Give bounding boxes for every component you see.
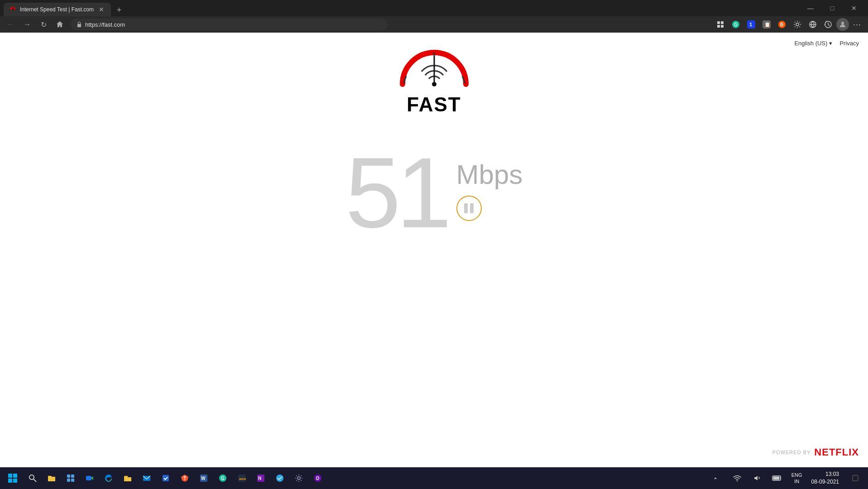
powered-by-section: POWERED BY NETFLIX xyxy=(772,446,859,458)
vpn-icon[interactable] xyxy=(806,18,820,31)
extension3-icon[interactable]: 📋 xyxy=(759,18,774,31)
language-selector[interactable]: English (US) ▾ xyxy=(794,40,832,47)
taskbar-icons: W G amzn N D xyxy=(24,469,327,487)
svg-rect-35 xyxy=(86,476,91,480)
language-label: English (US) xyxy=(794,40,827,47)
svg-point-19 xyxy=(841,22,844,24)
settings-icon[interactable] xyxy=(790,18,805,31)
powered-by-label: POWERED BY xyxy=(772,450,811,455)
volume-icon[interactable] xyxy=(748,469,766,487)
svg-rect-26 xyxy=(13,474,17,478)
tab-favicon xyxy=(9,6,16,13)
taskbar-todo-button[interactable] xyxy=(157,469,175,487)
logo-container: FAST xyxy=(393,43,475,116)
svg-point-47 xyxy=(297,477,300,479)
tab-close-button[interactable]: ✕ xyxy=(97,5,106,14)
lock-icon xyxy=(76,21,82,28)
svg-rect-31 xyxy=(67,475,70,478)
clock[interactable]: 13:03 08-09-2021 xyxy=(808,470,843,486)
tab-bar: Internet Speed Test | Fast.com ✕ + — □ ✕ xyxy=(0,0,868,16)
svg-text:W: W xyxy=(201,476,206,481)
taskbar-right: ENG IN 13:03 08-09-2021 xyxy=(706,469,864,487)
taskbar: W G amzn N D xyxy=(0,467,868,489)
taskbar-onenote-button[interactable]: N xyxy=(252,469,270,487)
taskbar-grammarly-button[interactable]: G xyxy=(214,469,232,487)
home-button[interactable] xyxy=(53,18,67,31)
privacy-link[interactable]: Privacy xyxy=(839,40,859,47)
maximize-button[interactable]: □ xyxy=(822,0,843,16)
speed-unit-column: Mbps xyxy=(456,161,523,221)
minimize-button[interactable]: — xyxy=(800,0,821,16)
toolbar-icons: G 1 📋 B ··· xyxy=(713,18,864,31)
taskbar-settings-button[interactable] xyxy=(290,469,308,487)
svg-point-24 xyxy=(432,82,436,86)
battery-icon[interactable] xyxy=(768,469,786,487)
svg-line-30 xyxy=(34,479,36,482)
taskbar-search-button[interactable] xyxy=(24,469,42,487)
taskbar-brave-button[interactable] xyxy=(176,469,194,487)
svg-text:D: D xyxy=(316,476,319,481)
1password-icon[interactable]: 1 xyxy=(744,18,758,31)
address-bar[interactable]: https://fast.com xyxy=(71,19,388,30)
extensions-button[interactable] xyxy=(713,18,728,31)
speed-unit: Mbps xyxy=(456,161,523,188)
svg-rect-28 xyxy=(13,479,17,483)
notification-button[interactable] xyxy=(846,469,864,487)
nav-bar: ← → ↻ https://fast.com G 1 📋 xyxy=(0,16,868,33)
svg-point-29 xyxy=(29,475,34,479)
browser-chrome: Internet Speed Test | Fast.com ✕ + — □ ✕… xyxy=(0,0,868,33)
svg-rect-25 xyxy=(8,474,12,478)
reload-button[interactable]: ↻ xyxy=(36,18,51,31)
history-icon[interactable] xyxy=(821,18,835,31)
wifi-icon[interactable] xyxy=(728,469,746,487)
svg-rect-4 xyxy=(717,21,720,24)
back-button[interactable]: ← xyxy=(4,18,18,31)
taskbar-folder-button[interactable] xyxy=(119,469,137,487)
tray-chevron-button[interactable] xyxy=(706,469,724,487)
svg-rect-3 xyxy=(77,24,81,27)
svg-rect-33 xyxy=(67,479,70,482)
close-button[interactable]: ✕ xyxy=(844,0,864,16)
new-tab-button[interactable]: + xyxy=(113,4,125,16)
more-options-button[interactable]: ··· xyxy=(850,18,864,31)
svg-point-46 xyxy=(276,475,283,482)
taskbar-mail-button[interactable] xyxy=(138,469,156,487)
svg-text:📋: 📋 xyxy=(764,21,771,28)
svg-rect-27 xyxy=(8,479,12,483)
grammarly-icon[interactable]: G xyxy=(729,18,743,31)
clock-time: 13:03 xyxy=(811,470,839,478)
netflix-logo: NETFLIX xyxy=(814,446,859,458)
active-tab[interactable]: Internet Speed Test | Fast.com ✕ xyxy=(4,3,111,16)
profile-button[interactable] xyxy=(836,18,849,31)
taskbar-file-explorer-button[interactable] xyxy=(43,469,61,487)
taskbar-telegram-button[interactable] xyxy=(271,469,289,487)
language-indicator[interactable]: ENG IN xyxy=(790,472,804,485)
svg-rect-6 xyxy=(717,25,720,28)
speed-display: 51 Mbps xyxy=(345,143,523,243)
svg-text:B: B xyxy=(780,22,783,27)
svg-rect-37 xyxy=(163,475,169,481)
taskbar-app16-button[interactable]: D xyxy=(309,469,327,487)
start-button[interactable] xyxy=(4,469,22,487)
svg-rect-7 xyxy=(721,25,724,28)
sys-tray xyxy=(728,469,786,487)
taskbar-edge-button[interactable] xyxy=(100,469,118,487)
svg-rect-5 xyxy=(721,21,724,24)
taskbar-meet-button[interactable] xyxy=(81,469,99,487)
address-text: https://fast.com xyxy=(85,21,382,28)
taskbar-amazon-button[interactable]: amzn xyxy=(233,469,251,487)
lang-code: ENG xyxy=(791,472,802,478)
taskbar-word-button[interactable]: W xyxy=(195,469,213,487)
svg-text:1: 1 xyxy=(749,22,752,27)
svg-text:G: G xyxy=(221,476,225,481)
forward-button[interactable]: → xyxy=(20,18,34,31)
svg-rect-34 xyxy=(71,479,74,482)
svg-point-50 xyxy=(737,481,738,482)
brave-icon[interactable]: B xyxy=(775,18,789,31)
taskbar-windows-button[interactable] xyxy=(62,469,80,487)
language-caret: ▾ xyxy=(829,40,832,47)
svg-rect-52 xyxy=(773,477,779,480)
pause-button[interactable] xyxy=(456,196,482,221)
lang-country: IN xyxy=(791,478,802,484)
window-controls: — □ ✕ xyxy=(800,0,864,16)
